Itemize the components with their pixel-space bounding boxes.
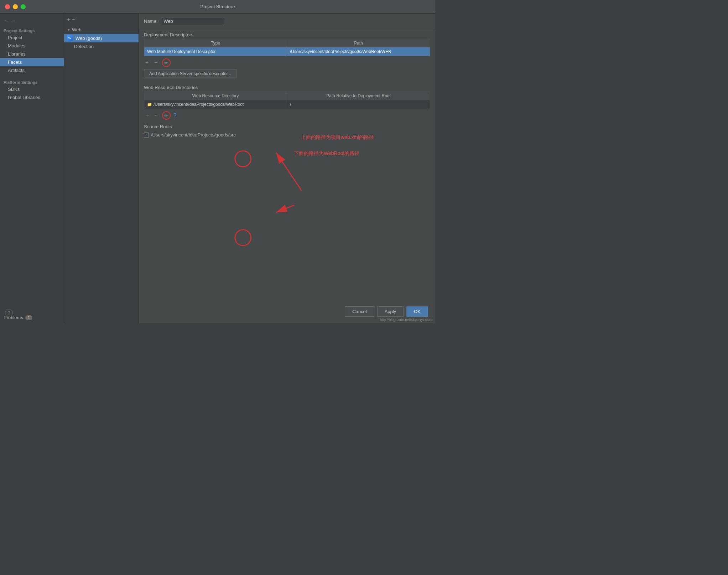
tree-root-label: Web xyxy=(72,27,82,32)
problems-badge: 1 xyxy=(25,315,32,320)
edit-resource-button[interactable]: ✏ xyxy=(162,111,171,120)
sidebar: ← → Project Settings Project Modules Lib… xyxy=(0,14,64,323)
platform-settings-header: Platform Settings xyxy=(0,78,64,85)
project-settings-header: Project Settings xyxy=(0,26,64,33)
annotation-text-2: 下面的路径为WebRoot的路径 xyxy=(294,150,359,157)
web-facet-icon: W xyxy=(67,35,73,41)
titlebar: Project Structure xyxy=(0,0,435,14)
help-resource-icon[interactable]: ? xyxy=(173,112,177,119)
web-resource-row[interactable]: 📁 /Users/skyvincent/IdeaProjects/goods/W… xyxy=(144,100,430,109)
window-title: Project Structure xyxy=(201,4,235,9)
content-header: Name: xyxy=(139,14,435,29)
minimize-button[interactable] xyxy=(13,4,18,9)
add-server-descriptor-button[interactable]: Add Application Server specific descript… xyxy=(144,69,236,78)
web-resource-dir-cell: 📁 /Users/skyvincent/IdeaProjects/goods/W… xyxy=(144,100,287,109)
detection-label: Detection xyxy=(74,44,94,49)
deployment-table: Type Path Web Module Deployment Descript… xyxy=(144,39,430,56)
watermark: http://blog.csdn.net/skymxyincom xyxy=(380,318,432,322)
path-column-header: Path xyxy=(287,39,430,47)
close-button[interactable] xyxy=(5,4,10,9)
web-resource-table: Web Resource Directory Path Relative to … xyxy=(144,92,430,109)
folder-icon: 📁 xyxy=(147,102,152,107)
name-input[interactable] xyxy=(161,17,225,25)
sidebar-item-project[interactable]: Project xyxy=(0,33,64,42)
remove-descriptor-button[interactable]: − xyxy=(153,59,159,67)
tree-remove-button[interactable]: − xyxy=(72,16,75,23)
svg-line-3 xyxy=(276,205,295,212)
svg-point-4 xyxy=(235,151,251,167)
descriptor-path-cell: /Users/skyvincent/IdeaProjects/goods/Web… xyxy=(287,47,430,56)
web-resource-toolbar: + − ✏ ? xyxy=(139,109,435,122)
chevron-down-icon: ▼ xyxy=(67,28,71,32)
back-arrow[interactable]: ← xyxy=(4,18,9,24)
web-resource-path-header: Path Relative to Deployment Root xyxy=(287,92,430,100)
web-resource-table-header: Web Resource Directory Path Relative to … xyxy=(144,92,430,100)
source-root-path: /Users/skyvincent/IdeaProjects/goods/src xyxy=(151,132,236,138)
apply-button[interactable]: Apply xyxy=(377,306,404,317)
nav-arrows: ← → xyxy=(0,16,64,26)
tree-panel: + − ▼ Web W Web (goods) Detection xyxy=(64,14,139,323)
sidebar-item-sdks[interactable]: SDKs xyxy=(0,85,64,93)
descriptor-type-cell: Web Module Deployment Descriptor xyxy=(144,47,287,56)
svg-line-2 xyxy=(276,153,302,191)
action-buttons: Cancel Apply OK xyxy=(345,306,428,317)
window-controls xyxy=(5,4,26,9)
edit-descriptor-button[interactable]: ✏ xyxy=(162,58,171,67)
source-roots-label: Source Roots xyxy=(144,124,430,131)
tree-add-button[interactable]: + xyxy=(67,16,70,23)
tree-root-item[interactable]: ▼ Web xyxy=(64,26,139,34)
svg-point-5 xyxy=(235,230,251,246)
tree-sub-label: Web (goods) xyxy=(76,36,102,41)
content-area: Name: Deployment Descriptors Type Path W… xyxy=(139,14,435,323)
web-resource-path-cell: / xyxy=(287,100,430,109)
main-layout: ← → Project Settings Project Modules Lib… xyxy=(0,14,435,323)
tree-sub-item[interactable]: W Web (goods) xyxy=(64,34,139,42)
name-label: Name: xyxy=(144,19,157,24)
cancel-button[interactable]: Cancel xyxy=(345,306,374,317)
add-descriptor-button[interactable]: + xyxy=(144,59,150,67)
content-scroll: Deployment Descriptors Type Path Web Mod… xyxy=(139,29,435,323)
remove-resource-button[interactable]: − xyxy=(153,112,159,119)
tree-toolbar: + − xyxy=(64,16,139,26)
add-resource-button[interactable]: + xyxy=(144,112,150,119)
forward-arrow[interactable]: → xyxy=(11,18,16,24)
sidebar-item-libraries[interactable]: Libraries xyxy=(0,50,64,58)
descriptor-row[interactable]: Web Module Deployment Descriptor /Users/… xyxy=(144,47,430,56)
sidebar-item-facets[interactable]: Facets xyxy=(0,58,64,66)
ok-button[interactable]: OK xyxy=(406,306,428,317)
type-column-header: Type xyxy=(144,39,287,47)
maximize-button[interactable] xyxy=(21,4,26,9)
sidebar-item-global-libraries[interactable]: Global Libraries xyxy=(0,93,64,102)
source-roots-section: Source Roots ✓ /Users/skyvincent/IdeaPro… xyxy=(139,122,435,141)
sidebar-item-artifacts[interactable]: Artifacts xyxy=(0,66,64,74)
deployment-toolbar: + − ✏ xyxy=(139,56,435,69)
source-roots-item: ✓ /Users/skyvincent/IdeaProjects/goods/s… xyxy=(144,131,430,139)
sidebar-item-modules[interactable]: Modules xyxy=(0,42,64,50)
web-resource-label: Web Resource Directories xyxy=(139,81,435,92)
tree-detection-item[interactable]: Detection xyxy=(64,42,139,51)
deployment-descriptors-label: Deployment Descriptors xyxy=(139,29,435,39)
web-resource-dir-header: Web Resource Directory xyxy=(144,92,287,100)
deployment-table-header: Type Path xyxy=(144,39,430,47)
source-root-checkbox[interactable]: ✓ xyxy=(144,133,149,138)
